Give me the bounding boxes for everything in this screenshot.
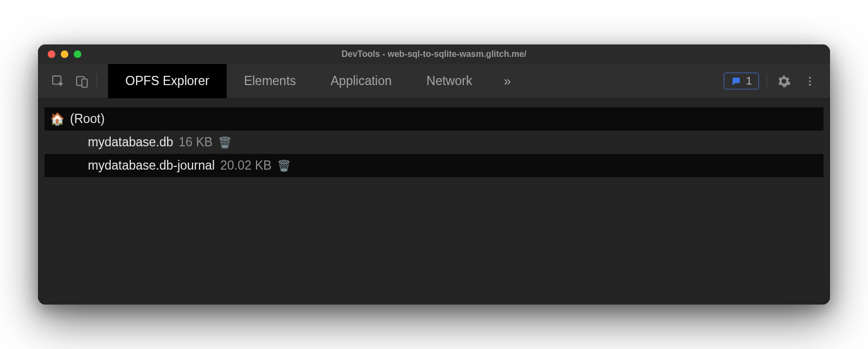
tab-label: Application <box>331 74 392 88</box>
zoom-window-button[interactable] <box>74 50 81 58</box>
tab-label: Elements <box>244 74 296 88</box>
device-toolbar-icon[interactable] <box>73 72 91 91</box>
panel-content: 🏠 (Root) mydatabase.db 16 KB 🗑️ mydataba… <box>38 99 830 305</box>
gear-icon <box>777 74 791 88</box>
tab-network[interactable]: Network <box>409 64 489 98</box>
trash-icon[interactable]: 🗑️ <box>277 159 291 172</box>
svg-point-5 <box>809 83 811 86</box>
toolbar-left-icons <box>38 64 108 98</box>
tree-root-label: (Root) <box>70 112 105 126</box>
svg-point-4 <box>809 80 811 82</box>
minimize-window-button[interactable] <box>61 50 68 58</box>
window-title: DevTools - web-sql-to-sqlite-wasm.glitch… <box>38 49 830 59</box>
file-name: mydatabase.db <box>88 135 173 150</box>
devtools-window: DevTools - web-sql-to-sqlite-wasm.glitch… <box>38 44 830 305</box>
close-window-button[interactable] <box>48 50 55 58</box>
tab-label: Network <box>426 74 472 88</box>
file-name: mydatabase.db-journal <box>88 158 215 173</box>
tab-strip: OPFS Explorer Elements Application Netwo… <box>108 64 525 98</box>
titlebar: DevTools - web-sql-to-sqlite-wasm.glitch… <box>38 44 830 64</box>
svg-point-3 <box>809 76 811 79</box>
chevron-double-right-icon: » <box>503 74 510 89</box>
home-icon: 🏠 <box>50 112 65 126</box>
kebab-icon <box>804 75 816 87</box>
toolbar: OPFS Explorer Elements Application Netwo… <box>38 64 830 99</box>
tab-label: OPFS Explorer <box>125 74 209 88</box>
tree-root-row[interactable]: 🏠 (Root) <box>44 107 824 131</box>
tab-application[interactable]: Application <box>314 64 410 98</box>
file-row[interactable]: mydatabase.db 16 KB 🗑️ <box>44 131 824 154</box>
settings-button[interactable] <box>775 72 793 91</box>
trash-icon[interactable]: 🗑️ <box>218 136 232 149</box>
file-row[interactable]: mydatabase.db-journal 20.02 KB 🗑️ <box>44 154 824 177</box>
svg-rect-2 <box>82 79 87 87</box>
issues-badge[interactable]: 1 <box>724 73 759 89</box>
more-options-button[interactable] <box>801 72 819 91</box>
inspect-element-icon[interactable] <box>49 72 67 91</box>
file-size: 16 KB <box>178 135 213 150</box>
toolbar-divider <box>767 74 767 89</box>
toolbar-divider <box>97 74 97 89</box>
traffic-lights <box>38 50 81 58</box>
issues-count: 1 <box>746 75 752 87</box>
file-size: 20.02 KB <box>220 158 272 173</box>
chat-icon <box>731 76 742 87</box>
more-tabs-button[interactable]: » <box>489 64 525 98</box>
tab-elements[interactable]: Elements <box>227 64 314 98</box>
tab-opfs-explorer[interactable]: OPFS Explorer <box>108 64 227 98</box>
toolbar-right: 1 <box>724 64 830 98</box>
